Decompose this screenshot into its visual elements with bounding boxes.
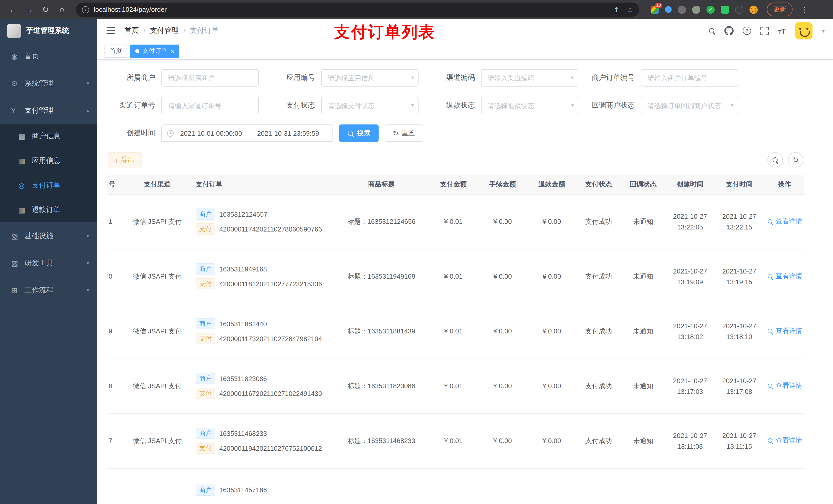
col-pay-order: 支付订单 [191, 175, 334, 194]
search-toggle-button[interactable] [767, 152, 783, 167]
pay-amount: ¥ 0.01 [429, 304, 478, 359]
avatar[interactable] [795, 22, 813, 40]
tab-home[interactable]: 首页 [104, 44, 127, 57]
sidebar-item-home[interactable]: ◉ 首页 [0, 43, 97, 70]
sidebar-item-app-info[interactable]: ▦ 应用信息 [0, 148, 97, 173]
view-detail-link[interactable]: 查看详情 [767, 436, 802, 446]
sidebar-item-merchant-info[interactable]: ▤ 商户信息 [0, 124, 97, 148]
pay-status-select[interactable] [321, 97, 419, 114]
address-bar[interactable]: i localhost:1024/pay/order ↥ ☆ [76, 2, 639, 17]
forward-icon[interactable]: → [23, 3, 36, 16]
merchant-order-no-input[interactable] [641, 69, 738, 87]
search-button[interactable]: 搜索 [339, 124, 379, 142]
sidebar-item-payment[interactable]: ¥ 支付管理 ▴ [0, 97, 97, 124]
extension-check-icon[interactable]: ✓ [707, 5, 715, 14]
close-icon[interactable]: × [170, 47, 174, 54]
hamburger-icon[interactable] [106, 27, 115, 28]
view-detail-link[interactable]: 查看详情 [767, 381, 802, 390]
extension-face-icon[interactable] [749, 5, 758, 14]
sidebar-item-system[interactable]: ⚙ 系统管理 ▾ [0, 70, 97, 97]
view-detail-link[interactable]: 查看详情 [767, 272, 802, 281]
help-icon[interactable]: ? [743, 27, 751, 35]
notify-status: 未通知 [621, 249, 665, 304]
browser-update-button[interactable]: 更新 [767, 3, 792, 16]
order-id: 19 [108, 304, 124, 359]
col-create-time: 创建时间 [665, 175, 715, 194]
notify-status: 未通知 [621, 304, 665, 359]
fullscreen-icon[interactable] [760, 26, 769, 35]
date-separator: - [248, 129, 251, 137]
merchant-tag: 商户 [196, 318, 215, 329]
table-row: 19 微信 JSAPI 支付 商户1635311881440 支付4200001… [108, 304, 804, 359]
merchant-order-no: 1635311823086 [219, 375, 267, 382]
action-cell: 查看详情 [764, 304, 804, 359]
sidebar-item-pay-order[interactable]: ◎ 支付订单 [0, 173, 97, 198]
order-id: 20 [108, 249, 124, 304]
search-icon [767, 273, 773, 279]
bookmark-star-icon[interactable]: ☆ [627, 5, 633, 14]
create-time: 2021-10-2713:11:08 [665, 413, 715, 468]
app-no-select[interactable] [321, 69, 419, 87]
extension-circle2-icon[interactable] [692, 5, 700, 14]
extension-circle-icon[interactable] [678, 5, 686, 14]
home-icon[interactable]: ⌂ [55, 3, 69, 16]
sidebar-item-devtools[interactable]: ▨ 研发工具 ▾ [0, 249, 97, 277]
view-detail-link[interactable]: 查看详情 [767, 217, 802, 226]
refund-status-select[interactable] [481, 97, 578, 114]
tool-icon: ▨ [11, 259, 25, 267]
dashboard-icon: ◉ [11, 52, 25, 60]
sidebar-item-refund-order[interactable]: ▥ 退款订单 [0, 198, 97, 222]
extension-chat-icon[interactable] [721, 5, 729, 14]
sidebar-item-infrastructure[interactable]: ▧ 基础设施 ▾ [0, 222, 97, 249]
refresh-table-button[interactable]: ↻ [788, 152, 803, 167]
export-button[interactable]: ↓ 导出 [108, 152, 142, 167]
end-date-input[interactable] [253, 129, 324, 137]
view-detail-link[interactable]: 查看详情 [767, 327, 802, 336]
goods-title: 标题：1635311823086 [334, 359, 429, 413]
extension-badge: 10 [655, 3, 662, 8]
merchant-tag: 商户 [196, 484, 215, 496]
pay-order-cell: 商户1635312124657 支付4200001174202110278060… [191, 194, 334, 249]
tab-pay-order[interactable]: 支付订单 × [130, 44, 179, 57]
github-icon[interactable] [724, 26, 734, 35]
breadcrumb-home[interactable]: 首页 [124, 26, 139, 35]
site-info-icon[interactable]: i [82, 6, 89, 13]
channel-order-no-input[interactable] [161, 97, 259, 114]
pay-channel: 微信 JSAPI 支付 [124, 249, 191, 304]
notify-status-select[interactable] [641, 97, 738, 114]
extension-drop-icon[interactable] [665, 6, 672, 13]
pay-tag: 支付 [196, 333, 215, 344]
monitor-icon: ▧ [11, 232, 25, 240]
col-action: 操作 [764, 175, 804, 194]
table-header-row: 编号 支付渠道 支付订单 商品标题 支付金额 手续金额 退款金额 支付状态 回调… [108, 175, 804, 194]
search-icon[interactable] [709, 27, 715, 34]
font-size-icon[interactable]: TT [778, 26, 786, 35]
filter-label-refund-status: 退款状态 [427, 101, 481, 110]
pay-order-no: 4200001167202110271022491439 [219, 389, 322, 397]
breadcrumb-payment[interactable]: 支付管理 [150, 26, 179, 35]
merchant-select[interactable] [161, 69, 259, 87]
kebab-menu-icon[interactable]: ⋮ [798, 3, 811, 16]
channel-code-select[interactable] [481, 69, 578, 87]
start-date-input[interactable] [176, 129, 246, 137]
caret-down-icon[interactable]: ▾ [822, 27, 825, 34]
pay-order-no: 4200001181202110277723215336 [219, 280, 322, 288]
back-icon[interactable]: ← [6, 3, 20, 16]
col-status: 支付状态 [576, 175, 621, 194]
pay-time: 2021-10-2713:11:15 [715, 413, 764, 468]
sidebar-item-label: 首页 [25, 51, 89, 61]
extension-puzzle-icon[interactable]: 10 [651, 5, 659, 14]
pay-time: 2021-10-2713:22:15 [715, 194, 764, 249]
pay-tag: 支付 [196, 388, 215, 399]
sidebar-item-label: 应用信息 [32, 156, 89, 165]
create-time-range[interactable]: - [161, 124, 333, 142]
refund-amount: ¥ 0.00 [527, 359, 576, 413]
reset-button[interactable]: ↻ 重置 [385, 124, 423, 142]
sidebar-item-workflow[interactable]: ⊞ 工作流程 ▾ [0, 277, 97, 304]
extension-pin-icon[interactable] [735, 5, 743, 14]
table-row: 18 微信 JSAPI 支付 商户1635311823086 支付4200001… [108, 359, 804, 413]
pay-order-cell: 商户1635311823086 支付4200001167202110271022… [191, 359, 334, 413]
sidebar-item-label: 工作流程 [25, 286, 87, 295]
reload-icon[interactable]: ↻ [39, 3, 52, 16]
share-icon[interactable]: ↥ [614, 5, 619, 14]
